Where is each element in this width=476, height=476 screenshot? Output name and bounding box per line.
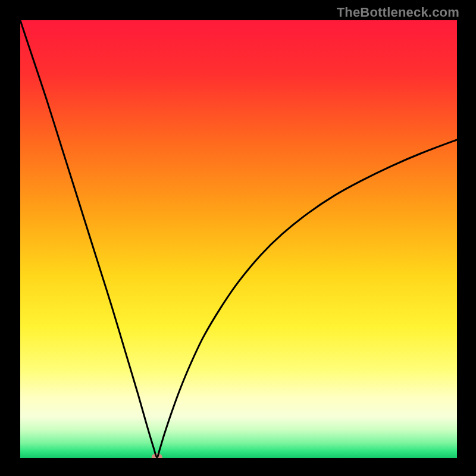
chart-svg xyxy=(20,20,457,458)
gradient-background xyxy=(20,20,457,458)
watermark-text: TheBottleneck.com xyxy=(337,5,459,20)
chart-frame: TheBottleneck.com xyxy=(0,0,476,476)
chart-plot-area xyxy=(20,20,457,458)
